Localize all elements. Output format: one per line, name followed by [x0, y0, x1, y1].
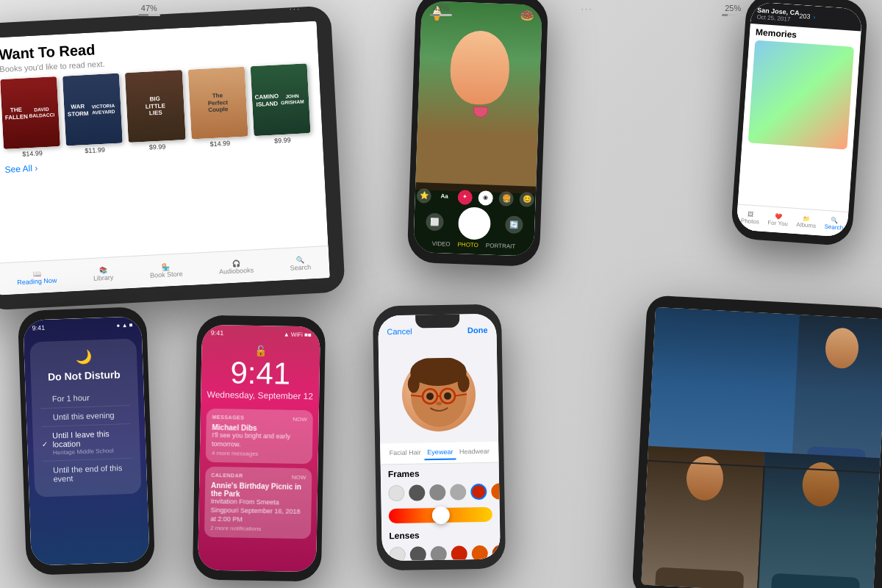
lock-notifications: MESSAGES NOW Michael Dibs I'll see you b…	[204, 409, 313, 539]
dnd-check-1	[40, 399, 52, 400]
memoji-frames-title: Frames	[381, 463, 499, 483]
book-2[interactable]: WARSTORMVICTORIA AVEYARD $11.99	[62, 74, 123, 156]
camera-shutter-btn[interactable]	[458, 207, 492, 240]
lock-status-bar: 9:41 ▲ WiFi ■■	[202, 325, 320, 343]
mode-photo[interactable]: PHOTO	[457, 241, 478, 248]
dnd-moon-icon: 🌙	[39, 348, 129, 367]
lens-color-3[interactable]	[431, 546, 447, 562]
iphone-photos-device: San Jose, CA Oct 25, 2017 203 › Memories…	[731, 0, 869, 246]
photos-nav-bar: 🖼Photos ❤️For You 📁Albums 🔍Search	[736, 204, 848, 237]
frame-color-5-selected[interactable]	[470, 484, 487, 500]
dnd-title: Do Not Disturb	[40, 368, 129, 383]
lens-color-6[interactable]	[492, 545, 501, 561]
facetime-screen	[641, 307, 882, 588]
dnd-card: 🌙 Do Not Disturb For 1 hour Until this e…	[29, 339, 141, 498]
camera-effects-btn[interactable]: ✦	[457, 190, 473, 205]
camera-food[interactable]: 🍔	[498, 191, 514, 207]
book-1[interactable]: THEFALLENDAVID BALDACCI $14.99	[0, 76, 61, 159]
camera-viewfinder: 🍦 🍩	[415, 1, 542, 193]
iphone-camera-device: 🍦 🍩 ⭐ Aa ✦ ◉ 🍔 😊 ⬜ �	[407, 0, 549, 267]
photos-app: San Jose, CA Oct 25, 2017 203 › Memories…	[736, 1, 862, 237]
book-4[interactable]: ThePerfectCouple $14.99	[187, 67, 248, 149]
frame-color-3[interactable]	[429, 484, 445, 501]
dnd-check-3: ✓	[42, 440, 53, 448]
iphone-dnd-device: 9:41 ● ▲ ■ 🌙 Do Not Disturb For 1 hour U…	[18, 306, 155, 576]
camera-gallery-btn[interactable]: ⬜	[426, 213, 444, 232]
books-grid: THEFALLENDAVID BALDACCI $14.99 WARSTORMV…	[0, 63, 311, 159]
photos-nav-search[interactable]: 🔍Search	[824, 217, 844, 232]
lock-app: 9:41 ▲ WiFi ■■ 🔓 9:41 Wednesday, Septemb…	[198, 325, 320, 573]
books-nav-reading[interactable]: 📖Reading Now	[17, 269, 57, 286]
pct-25: 25%	[722, 4, 744, 16]
memoji-notch	[415, 315, 459, 329]
frame-color-4[interactable]	[450, 484, 466, 500]
memoji-avatar	[401, 357, 476, 432]
memoji-avatar-area	[379, 346, 498, 444]
frame-color-2[interactable]	[409, 484, 425, 501]
mode-video[interactable]: VIDEO	[432, 240, 451, 248]
camera-emoji[interactable]: 😊	[519, 192, 534, 207]
lens-color-4[interactable]	[451, 545, 467, 561]
books-nav-audiobooks[interactable]: 🎧Audiobooks	[218, 259, 254, 275]
books-nav-search[interactable]: 🔍Search	[290, 256, 312, 271]
dnd-check-2	[41, 417, 53, 418]
iphone-lock-device: 9:41 ▲ WiFi ■■ 🔓 9:41 Wednesday, Septemb…	[193, 315, 326, 582]
books-nav-store[interactable]: 🏪Book Store	[149, 262, 183, 279]
camera-flip-btn[interactable]: 🔄	[505, 215, 523, 234]
mode-portrait[interactable]: PORTRAIT	[486, 243, 516, 250]
memoji-lens-colors	[382, 542, 501, 562]
book-5[interactable]: CAMINOISLANDJOHN GRISHAM $9.99	[250, 63, 311, 146]
frame-color-6[interactable]	[491, 483, 501, 499]
photos-nav-albums[interactable]: 📁Albums	[796, 215, 817, 229]
ipad-books-device: Want To Read Books you'd like to read ne…	[0, 5, 345, 310]
top-indicators: 47% ··· 43% ··· 25%	[0, 4, 882, 16]
dots-1: ···	[289, 4, 301, 16]
camera-shapemaker[interactable]: ◉	[478, 190, 493, 206]
pct-47: 47%	[138, 4, 160, 16]
ipad-facetime-device	[632, 295, 882, 588]
camera-text-btn[interactable]: Aa	[437, 189, 452, 204]
frame-color-1[interactable]	[388, 485, 404, 501]
memoji-tab-facial[interactable]: Facial Hair	[387, 445, 424, 461]
pct-43: 43%	[430, 4, 452, 16]
lens-color-5[interactable]	[472, 545, 488, 562]
camera-controls-bar: ⭐ Aa ✦ ◉ 🍔 😊 ⬜ 🔄 VIDEO PHOTO PORTRAIT	[413, 182, 536, 257]
dnd-app: 9:41 ● ▲ ■ 🌙 Do Not Disturb For 1 hour U…	[23, 316, 150, 565]
dots-2: ···	[581, 4, 593, 16]
memoji-screen: Cancel Done	[378, 314, 501, 562]
lens-color-2[interactable]	[410, 546, 426, 561]
memoji-cancel-btn[interactable]: Cancel	[387, 327, 412, 337]
book-3[interactable]: BIGLITTLELIES $9.99	[125, 70, 186, 152]
books-nav-library[interactable]: 📚Library	[93, 266, 114, 282]
lock-notif-calendar[interactable]: CALENDAR NOW Annie's Birthday Picnic in …	[204, 467, 312, 539]
memoji-tab-eyewear[interactable]: Eyewear	[424, 445, 456, 461]
camera-sticker-btn[interactable]: ⭐	[416, 188, 431, 204]
memoji-frame-colors	[381, 481, 499, 505]
dnd-option-event[interactable]: Until the end of this event	[43, 459, 132, 488]
dnd-status-bar: 9:41 ● ▲ ■	[23, 316, 142, 337]
camera-mode-row: VIDEO PHOTO PORTRAIT	[432, 240, 516, 250]
memoji-done-btn[interactable]: Done	[467, 326, 488, 334]
camera-top-icons: ⭐ Aa ✦ ◉ 🍔 😊	[416, 188, 534, 207]
memoji-color-slider[interactable]	[389, 507, 492, 523]
memoji-lenses-title: Lenses	[381, 526, 500, 545]
lock-status-icons: ▲ WiFi ■■	[284, 331, 312, 338]
memoji-app: Cancel Done	[378, 314, 501, 562]
facetime-person2-bg	[641, 446, 764, 588]
memoji-tab-headwear[interactable]: Headwear	[456, 445, 492, 460]
photos-nav-photos[interactable]: 🖼Photos	[741, 211, 760, 226]
photos-screen: San Jose, CA Oct 25, 2017 203 › Memories…	[736, 1, 862, 237]
lock-time-display: 9:41	[201, 357, 320, 390]
lock-notif-messages[interactable]: MESSAGES NOW Michael Dibs I'll see you b…	[206, 409, 313, 465]
lens-color-1[interactable]	[390, 547, 406, 562]
camera-app: 🍦 🍩 ⭐ Aa ✦ ◉ 🍔 😊 ⬜ �	[413, 1, 542, 257]
dnd-status-icons: ● ▲ ■	[116, 321, 132, 329]
slider-thumb[interactable]	[431, 506, 449, 524]
books-nav-bar: 📖Reading Now 📚Library 🏪Book Store 🎧Audio…	[0, 245, 330, 295]
photos-nav-foryou[interactable]: ❤️For You	[767, 212, 789, 227]
dnd-screen: 9:41 ● ▲ ■ 🌙 Do Not Disturb For 1 hour U…	[23, 316, 150, 565]
dnd-option-location[interactable]: ✓ Until I leave this location Heritage M…	[41, 424, 132, 462]
facetime-app	[641, 307, 882, 588]
memories-preview-image[interactable]	[748, 40, 854, 150]
iphone-memoji-device: Cancel Done	[373, 304, 506, 571]
